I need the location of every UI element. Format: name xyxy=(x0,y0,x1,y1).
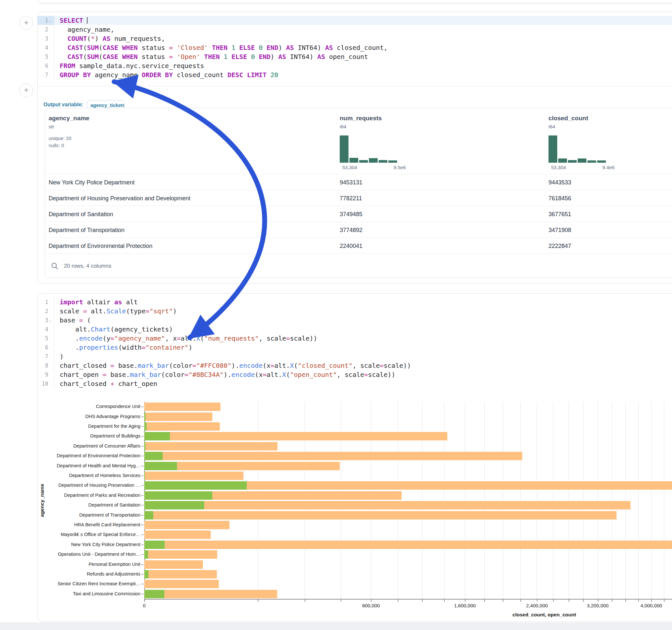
code-line[interactable]: 6 .properties(width="container") xyxy=(38,343,672,352)
table-cell: 3677651 xyxy=(549,211,571,217)
divider xyxy=(38,86,672,87)
table-cell: 7782211 xyxy=(340,195,362,201)
notebook-canvas: + + 1⌄SELECT 2 agency_name,3 COUNT(*) AS… xyxy=(0,0,672,630)
code-line[interactable]: 4 alt.Chart(agency_tickets) xyxy=(38,325,672,334)
table-row[interactable]: Department of Sanitation37494853677651 xyxy=(45,206,672,222)
histogram-max-label: 9.5e6 xyxy=(387,165,413,170)
column-title: num_requests xyxy=(340,115,382,122)
column-stat-nulls: nulls: 0 xyxy=(49,143,64,148)
code-line[interactable]: 3⌄base = ( xyxy=(38,316,672,325)
table-cell: Department of Environmental Protection xyxy=(49,242,152,249)
code-line[interactable]: 3 COUNT(*) AS num_requests, xyxy=(38,34,672,43)
code-line[interactable]: 5 .encode(y="agency_name", x=alt.X("num_… xyxy=(38,334,672,343)
sql-cell-card: 1⌄SELECT 2 agency_name,3 COUNT(*) AS num… xyxy=(37,12,672,284)
table-cell: Department of Transportation xyxy=(49,226,124,233)
column-type: i64 xyxy=(340,124,346,130)
table-cell: 9453131 xyxy=(340,179,362,186)
fold-chevron-icon[interactable]: ⌄ xyxy=(48,16,52,25)
code-line[interactable]: 7) xyxy=(38,352,672,361)
add-cell-button-output[interactable]: + xyxy=(20,83,33,97)
histogram-min-label: 53,304 xyxy=(551,165,566,170)
column-title: closed_count xyxy=(549,115,588,122)
output-variable-label: Output variable: xyxy=(44,102,83,107)
fold-chevron-icon[interactable]: ⌄ xyxy=(48,316,52,325)
code-line[interactable]: 4 CAST(SUM(CASE WHEN status = 'Closed' T… xyxy=(38,43,672,52)
table-cell: 2240041 xyxy=(340,242,362,249)
table-cell: 2222847 xyxy=(549,242,571,249)
table-dimensions-text: 20 rows, 4 columns xyxy=(64,263,111,269)
table-row[interactable]: Department of Housing Preservation and D… xyxy=(45,190,672,206)
column-type: i64 xyxy=(549,124,555,130)
code-line[interactable]: 2scale = alt.Scale(type="sqrt") xyxy=(38,307,672,316)
table-cell: New York City Police Department xyxy=(49,179,135,186)
histogram-max-label: 9.4e6 xyxy=(596,165,621,170)
python-code-editor[interactable]: 1import altair as alt2scale = alt.Scale(… xyxy=(38,297,672,388)
table-footer: 20 rows, 4 columns xyxy=(45,253,672,278)
table-row[interactable]: Department of Environmental Protection22… xyxy=(45,238,672,254)
closed-count-histogram xyxy=(549,136,607,163)
page-bottom-strip xyxy=(0,623,672,630)
code-line[interactable]: 2 agency_name, xyxy=(38,25,672,34)
text-cursor xyxy=(87,17,88,24)
code-line[interactable]: 5 CAST(SUM(CASE WHEN status = 'Open' THE… xyxy=(38,52,672,61)
table-cell: 9443533 xyxy=(549,179,571,186)
code-line[interactable]: 10chart_closed + chart_open xyxy=(38,379,672,388)
table-cell: 7618456 xyxy=(549,195,571,201)
table-row[interactable]: New York City Police Department945313194… xyxy=(45,174,672,190)
histogram-min-label: 53,304 xyxy=(342,165,357,170)
table-cell: Department of Sanitation xyxy=(49,211,113,217)
column-title: agency_name xyxy=(49,115,90,122)
table-cell: 3774892 xyxy=(340,226,362,233)
code-line[interactable]: 1import altair as alt xyxy=(38,297,672,307)
code-line[interactable]: 1⌄SELECT xyxy=(38,16,672,25)
add-cell-button-top[interactable]: + xyxy=(20,16,33,30)
table-row[interactable]: Department of Transportation377489234719… xyxy=(45,222,672,238)
table-cell: 3471908 xyxy=(549,226,571,233)
sql-code-editor[interactable]: 1⌄SELECT 2 agency_name,3 COUNT(*) AS num… xyxy=(38,16,672,79)
python-cell-card: 1import altair as alt2scale = alt.Scale(… xyxy=(37,293,672,622)
search-icon[interactable] xyxy=(51,262,59,270)
num-requests-histogram xyxy=(340,136,398,163)
code-line[interactable]: 8chart_closed = base.mark_bar(color="#FF… xyxy=(38,361,672,370)
code-line[interactable]: 7GROUP BY agency_name ORDER BY closed_co… xyxy=(38,70,672,79)
table-cell: 3749485 xyxy=(340,211,362,217)
table-cell: Department of Housing Preservation and D… xyxy=(49,195,190,201)
dataframe-preview-card: agency_name str unique: 20 nulls: 0 num_… xyxy=(45,108,672,278)
column-stat-unique: unique: 20 xyxy=(49,136,71,141)
previous-cell-edge xyxy=(37,0,672,3)
column-type: str xyxy=(49,124,54,130)
code-line[interactable]: 9chart_open = base.mark_bar(color="#8BC3… xyxy=(38,370,672,379)
code-line[interactable]: 6FROM sample_data.nyc.service_requests xyxy=(38,61,672,70)
